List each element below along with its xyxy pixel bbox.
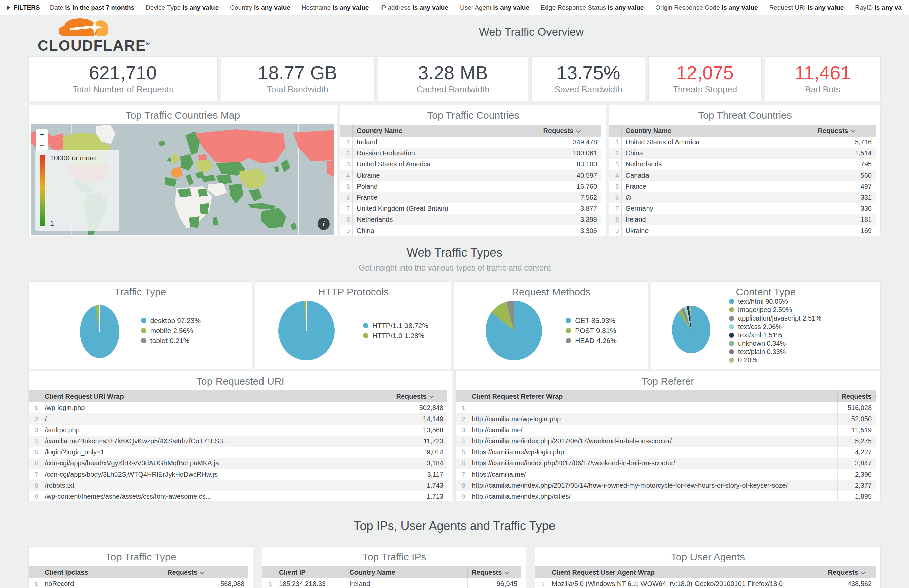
table-row[interactable]: 1noRecord568,088 xyxy=(29,578,249,588)
table-row[interactable]: 1Ireland349,478 xyxy=(341,137,601,148)
ipclass-column-header[interactable]: Client Ipclass xyxy=(40,566,163,578)
cell: 169 xyxy=(814,225,876,236)
table-row[interactable]: 2Russian Federation100,061 xyxy=(341,148,601,159)
table-row[interactable]: 9China3,306 xyxy=(341,225,601,236)
traffic-type-pie-chart[interactable] xyxy=(80,305,119,358)
requests-column-header[interactable]: Requests xyxy=(468,566,521,578)
table-row[interactable]: 7/cdn-cgi/apps/body/3Lh52SjWTQ4HRlErJykH… xyxy=(29,469,447,480)
filter-item[interactable]: Origin Response Code is any value xyxy=(655,4,757,11)
table-row[interactable]: 9Ukraine169 xyxy=(609,225,876,236)
expand-caret-icon xyxy=(7,6,10,10)
table-row[interactable]: 1185.234.218.33Ireland96,945 xyxy=(263,578,521,588)
country-name-column-header[interactable]: Country Name xyxy=(352,124,539,137)
row-rank: 6 xyxy=(341,192,352,203)
kpi-value: 621,710 xyxy=(89,63,157,83)
table-row[interactable]: 1516,028 xyxy=(455,402,876,414)
table-row[interactable]: 6France7,562 xyxy=(341,192,601,203)
cell: Ireland xyxy=(621,214,814,225)
table-row[interactable]: 2China1,514 xyxy=(609,148,876,159)
table-title: Top Traffic Type xyxy=(29,547,253,563)
requests-column-header[interactable]: Requests xyxy=(163,566,249,578)
requests-column-header[interactable]: Requests xyxy=(392,390,447,402)
cell: Canada xyxy=(621,170,814,181)
table-row[interactable]: 8http://camilia.me/index.php/2017/05/14/… xyxy=(455,480,876,491)
table-row[interactable]: 7Germany330 xyxy=(609,203,876,214)
referer-column-header[interactable]: Client Request Referer Wrap xyxy=(468,390,837,402)
table-row[interactable]: 9/wp-content/themes/ashe/assets/css/font… xyxy=(29,491,447,501)
table-row[interactable]: 1Mozilla/5.0 (Windows NT 6.1; WOW64; rv:… xyxy=(535,578,876,588)
table-row[interactable]: 7https://camilia.me/2,390 xyxy=(455,469,876,480)
table-row[interactable]: 8Ireland181 xyxy=(609,214,876,225)
legend-label: tablet 0.21% xyxy=(150,337,190,345)
row-rank: 3 xyxy=(29,425,40,436)
table-row[interactable]: 1/wp-login.php502,848 xyxy=(29,402,447,414)
legend-label: mobile 2.56% xyxy=(150,326,193,334)
table-row[interactable]: 3Netherlands795 xyxy=(609,159,876,170)
legend-label: 0.20% xyxy=(738,356,757,364)
filter-item[interactable]: Edge Response Status is any value xyxy=(541,4,644,11)
client-ip-column-header[interactable]: Client IP xyxy=(274,566,345,578)
cell: noRecord xyxy=(40,578,163,588)
web-traffic-types-section-header: Web Traffic Types Get insight into the v… xyxy=(0,246,909,273)
cell: 181 xyxy=(814,214,876,225)
requests-column-header[interactable]: Requests xyxy=(539,124,601,137)
filter-item[interactable]: Hostname is any value xyxy=(302,4,369,11)
table-row[interactable]: 3/xmlrpc.php13,568 xyxy=(29,425,447,436)
cloudflare-wordmark: CLOUDFLARE® xyxy=(28,37,169,52)
table-row[interactable]: 4Canada560 xyxy=(609,170,876,181)
table-row[interactable]: 1United States of America5,716 xyxy=(609,137,876,148)
row-rank: 1 xyxy=(455,402,468,414)
table-row[interactable]: 5France497 xyxy=(609,181,876,192)
kpi-value: 11,461 xyxy=(794,63,851,83)
filters-toggle[interactable]: FILTERS xyxy=(7,4,40,11)
row-rank: 8 xyxy=(609,214,621,225)
requests-column-header[interactable]: Requests xyxy=(837,390,876,402)
table-header-row: Client IP Country Name Requests xyxy=(263,566,521,578)
request-methods-pie-chart[interactable] xyxy=(486,301,542,360)
filter-item[interactable]: Country is any value xyxy=(230,4,291,11)
table-row[interactable]: 3United States of America83,100 xyxy=(341,159,601,170)
filter-item[interactable]: Request URI is any value xyxy=(769,4,844,11)
table-row[interactable]: 8/robots.txt1,743 xyxy=(29,480,447,491)
filter-item[interactable]: Device Type is any value xyxy=(146,4,218,11)
map-info-button[interactable]: i xyxy=(318,218,329,230)
kpi-saved-bandwidth: 13.75% Saved Bandwidth xyxy=(531,57,645,101)
table-row[interactable]: 4http://camilia.me/index.php/2017/06/17/… xyxy=(455,436,876,447)
row-rank: 9 xyxy=(29,491,40,501)
kpi-label: Total Bandwidth xyxy=(267,84,329,95)
requests-column-header[interactable]: Requests xyxy=(824,566,876,578)
filter-item[interactable]: User Agent is any value xyxy=(460,4,530,11)
row-rank: 2 xyxy=(609,148,621,159)
table-row[interactable]: 2/14,149 xyxy=(29,414,447,425)
table-row[interactable]: 5Poland16,760 xyxy=(341,181,601,192)
cell: 1,514 xyxy=(814,148,876,159)
user-agent-column-header[interactable]: Client Request User Agent Wrap xyxy=(547,566,824,578)
table-row[interactable]: 6https://camilia.me/index.php/2017/06/17… xyxy=(455,458,876,469)
content-type-pie-chart[interactable] xyxy=(672,306,710,354)
table-row[interactable]: 4Ukraine40,597 xyxy=(341,170,601,181)
table-row[interactable]: 4/camilia.me?token=s3+7k6XQvKwzp5/4XSs4r… xyxy=(29,436,447,447)
table-row[interactable]: 8Netherlands3,398 xyxy=(341,214,601,225)
http-protocols-pie-chart[interactable] xyxy=(278,301,335,360)
table-row[interactable]: 5/login/?login_only=19,014 xyxy=(29,447,447,458)
requests-column-header[interactable]: Requests xyxy=(814,124,876,137)
table-row[interactable]: 3http://camilia.me/11,519 xyxy=(455,425,876,436)
table-row[interactable]: 2http://camilia.me/wp-login.php52,050 xyxy=(455,414,876,425)
row-rank: 5 xyxy=(609,181,621,192)
zoom-in-button[interactable]: + xyxy=(36,129,48,140)
table-container: Client Request Referer Wrap Requests 151… xyxy=(455,390,876,501)
table-row[interactable]: 5https://camilia.me/wp-login.php4,227 xyxy=(455,447,876,458)
table-row[interactable]: 7United Kingdom (Great Britain)3,877 xyxy=(341,203,601,214)
row-rank: 4 xyxy=(455,436,468,447)
world-map[interactable]: + − 10000 or more 1 i xyxy=(31,124,334,234)
table-row[interactable]: 9http://camilia.me/index.php/cities/1,89… xyxy=(455,491,876,501)
uri-column-header[interactable]: Client Request URI Wrap xyxy=(40,390,392,402)
table-row[interactable]: 6/cdn-cgi/apps/head/xVgyKhR-vV3dAUGhMqfB… xyxy=(29,458,447,469)
cell: 497 xyxy=(814,181,876,192)
filter-item[interactable]: IP address is any value xyxy=(380,4,449,11)
filter-item[interactable]: Date is in the past 7 months xyxy=(50,4,134,11)
table-row[interactable]: 6∅331 xyxy=(609,192,876,203)
country-name-column-header[interactable]: Country Name xyxy=(621,124,814,137)
country-name-column-header[interactable]: Country Name xyxy=(345,566,467,578)
filter-item[interactable]: RayID is any value xyxy=(855,4,902,11)
